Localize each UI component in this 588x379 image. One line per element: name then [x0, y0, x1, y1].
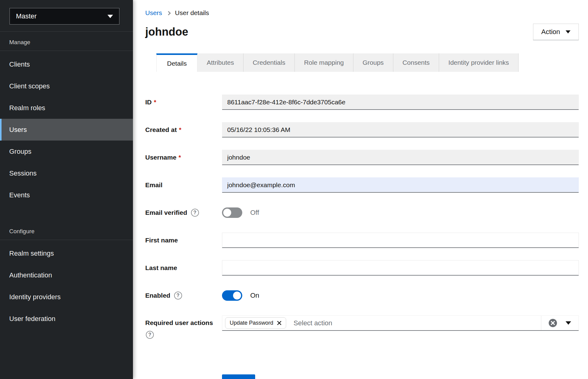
help-icon[interactable]: ?	[174, 292, 182, 300]
chevron-right-icon	[166, 11, 171, 15]
sidebar-item-clients[interactable]: Clients	[0, 53, 133, 75]
required-indicator: *	[179, 126, 181, 133]
enabled-state: On	[250, 292, 259, 300]
email-verified-state: Off	[250, 209, 259, 217]
save-button[interactable]: Save	[222, 374, 255, 379]
form-actions: Save Revert	[222, 374, 579, 379]
breadcrumb-users-link[interactable]: Users	[145, 9, 162, 17]
select-controls	[541, 316, 578, 330]
sidebar-nav: Master Manage Clients Client scopes Real…	[0, 0, 133, 379]
help-icon[interactable]: ?	[146, 331, 154, 339]
realm-selector-value: Master	[16, 12, 37, 20]
tab-consents[interactable]: Consents	[393, 53, 439, 72]
main-content: Users User details johndoe Action Detail…	[133, 0, 588, 379]
page-title: johndoe	[145, 25, 188, 38]
required-actions-multiselect[interactable]: Update Password Select action	[222, 315, 579, 331]
nav-section-configure: Configure	[0, 221, 133, 240]
sidebar-item-realm-roles[interactable]: Realm roles	[0, 97, 133, 119]
action-dropdown-label: Action	[541, 28, 560, 36]
tab-identity-provider-links[interactable]: Identity provider links	[439, 53, 518, 72]
email-verified-row: Email verified ? Off	[145, 205, 579, 220]
created-at-row: Created at*	[145, 122, 579, 137]
first-name-label: First name	[145, 237, 222, 244]
breadcrumb: Users User details	[145, 0, 579, 17]
sidebar-item-identity-providers[interactable]: Identity providers	[0, 286, 133, 308]
first-name-row: First name	[145, 233, 579, 248]
sidebar-item-user-federation[interactable]: User federation	[0, 308, 133, 330]
tab-bar: Details Attributes Credentials Role mapp…	[156, 53, 579, 72]
chevron-down-icon[interactable]	[566, 321, 571, 325]
enabled-label: Enabled ?	[145, 292, 222, 300]
created-at-label: Created at*	[145, 126, 222, 133]
email-label: Email	[145, 181, 222, 189]
sidebar-item-authentication[interactable]: Authentication	[0, 264, 133, 286]
last-name-row: Last name	[145, 260, 579, 276]
enabled-toggle[interactable]	[222, 290, 242, 301]
toggle-knob	[233, 292, 241, 300]
chevron-down-icon	[566, 30, 570, 33]
sidebar-item-client-scopes[interactable]: Client scopes	[0, 75, 133, 97]
tab-groups[interactable]: Groups	[353, 53, 393, 72]
chip-close-icon[interactable]	[277, 321, 282, 325]
email-verified-toggle[interactable]	[222, 207, 242, 218]
clear-selection-icon[interactable]	[549, 319, 557, 327]
email-field[interactable]	[222, 177, 579, 193]
email-row: Email	[145, 177, 579, 193]
required-user-actions-row: Required user actions ? Update Password …	[145, 315, 579, 339]
first-name-field[interactable]	[222, 233, 579, 248]
select-action-placeholder: Select action	[294, 319, 332, 327]
created-at-field[interactable]	[222, 122, 579, 137]
tab-role-mapping[interactable]: Role mapping	[295, 53, 353, 72]
tab-attributes[interactable]: Attributes	[197, 53, 243, 72]
username-label: Username*	[145, 154, 222, 161]
nav-section-manage: Manage	[0, 32, 133, 51]
username-field[interactable]	[222, 150, 579, 165]
chip-update-password: Update Password	[225, 317, 286, 329]
enabled-row: Enabled ? On	[145, 288, 579, 303]
required-user-actions-label: Required user actions ?	[145, 315, 222, 339]
tab-details[interactable]: Details	[156, 53, 197, 72]
sidebar-item-sessions[interactable]: Sessions	[0, 162, 133, 184]
chevron-down-icon	[107, 15, 113, 18]
sidebar-item-groups[interactable]: Groups	[0, 141, 133, 162]
id-label: ID*	[145, 99, 222, 106]
sidebar-menu: Manage Clients Client scopes Realm roles…	[0, 32, 133, 330]
last-name-field[interactable]	[222, 260, 579, 276]
id-field[interactable]	[222, 95, 579, 110]
title-row: johndoe Action	[145, 23, 579, 41]
sidebar-item-realm-settings[interactable]: Realm settings	[0, 242, 133, 264]
last-name-label: Last name	[145, 264, 222, 272]
required-indicator: *	[154, 99, 156, 106]
user-details-form: ID* Created at* Username* Email	[145, 95, 579, 379]
tab-credentials[interactable]: Credentials	[243, 53, 295, 72]
username-row: Username*	[145, 150, 579, 165]
toggle-knob	[223, 209, 231, 217]
realm-selector[interactable]: Master	[10, 8, 119, 25]
id-row: ID*	[145, 95, 579, 110]
help-icon[interactable]: ?	[191, 209, 199, 217]
sidebar-item-events[interactable]: Events	[0, 184, 133, 206]
breadcrumb-current: User details	[175, 9, 209, 17]
sidebar-item-users[interactable]: Users	[0, 119, 133, 141]
action-dropdown-button[interactable]: Action	[533, 24, 579, 40]
email-verified-label: Email verified ?	[145, 209, 222, 217]
required-indicator: *	[179, 154, 181, 161]
